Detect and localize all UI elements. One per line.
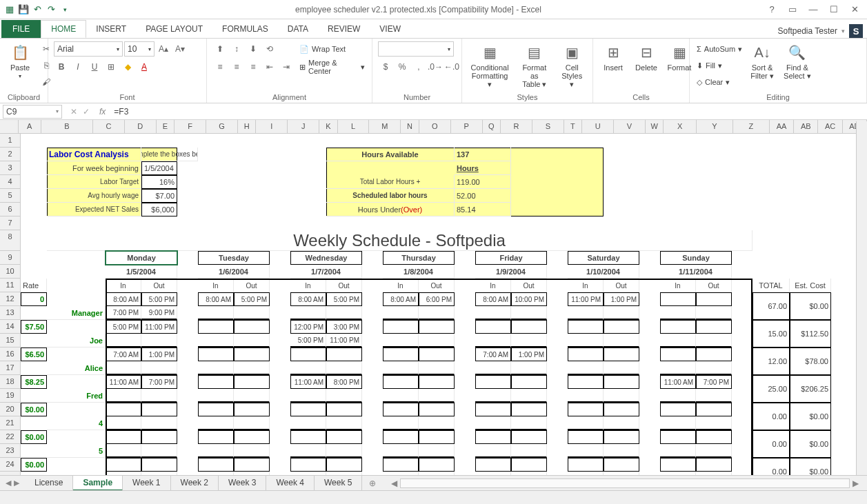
row-header[interactable]: 8 <box>0 230 21 251</box>
hours-avail-label[interactable]: Hours Available <box>326 148 455 161</box>
time-in[interactable] <box>568 430 604 444</box>
time-in[interactable] <box>475 361 511 375</box>
time-in[interactable]: 11:00 AM <box>660 375 696 389</box>
ribbon-tab-data[interactable]: DATA <box>278 20 318 38</box>
time-out[interactable] <box>234 334 270 347</box>
total-value[interactable]: 0.00 <box>753 403 790 430</box>
time-in[interactable] <box>290 347 326 361</box>
time-out[interactable] <box>234 403 270 416</box>
number-format-select[interactable]: ▾ <box>378 41 454 57</box>
sched-hours-value[interactable]: 52.00 <box>455 189 511 203</box>
time-out[interactable] <box>141 444 177 458</box>
column-header[interactable]: T <box>564 120 583 133</box>
time-out[interactable] <box>604 334 639 347</box>
column-header[interactable]: O <box>419 120 451 133</box>
time-out[interactable] <box>604 320 639 334</box>
time-in[interactable] <box>290 389 326 403</box>
time-in[interactable] <box>198 334 234 347</box>
day-header[interactable]: Sunday <box>660 251 732 265</box>
sheet-nav-next-icon[interactable]: ▶ <box>14 478 19 487</box>
row-header[interactable]: 17 <box>0 361 21 375</box>
cost-value[interactable]: $0.00 <box>790 292 831 320</box>
time-in[interactable] <box>660 334 696 347</box>
percent-icon[interactable]: % <box>395 59 410 74</box>
total-hours-value[interactable]: 119.00 <box>455 175 511 189</box>
time-out[interactable] <box>511 334 547 347</box>
column-header[interactable]: Q <box>483 120 501 133</box>
time-out[interactable] <box>604 458 639 472</box>
time-in[interactable] <box>660 403 696 416</box>
time-out[interactable] <box>419 334 455 347</box>
column-header[interactable]: Y <box>697 120 733 133</box>
row-header[interactable]: 4 <box>0 175 21 189</box>
time-out[interactable]: 7:00 PM <box>141 375 177 389</box>
font-name-select[interactable]: Arial▾ <box>54 41 123 57</box>
time-out[interactable]: 11:00 PM <box>326 334 362 347</box>
time-in[interactable] <box>660 444 696 458</box>
column-header[interactable]: N <box>401 120 419 133</box>
time-in[interactable] <box>475 334 511 347</box>
user-badge[interactable]: S <box>849 24 863 38</box>
total-value[interactable]: 15.00 <box>753 320 790 347</box>
column-header[interactable]: A <box>19 120 42 133</box>
time-in[interactable] <box>198 320 234 334</box>
time-in[interactable] <box>198 375 234 389</box>
row-header[interactable]: 24 <box>0 458 21 472</box>
time-in[interactable] <box>383 347 419 361</box>
employee-name[interactable]: Joe <box>47 334 106 347</box>
time-in[interactable] <box>475 403 511 416</box>
time-out[interactable] <box>141 361 177 375</box>
row-header[interactable]: 11 <box>0 279 21 292</box>
sales-value[interactable]: $6,000 <box>141 203 177 216</box>
time-in[interactable]: 7:00 AM <box>106 347 141 361</box>
time-in[interactable] <box>660 347 696 361</box>
time-in[interactable]: 8:00 AM <box>198 292 234 306</box>
employee-name[interactable]: Manager <box>47 306 106 320</box>
sheet-tab-week-2[interactable]: Week 2 <box>171 476 219 491</box>
sheet-tab-sample[interactable]: Sample <box>73 476 123 491</box>
spreadsheet-grid[interactable]: ABCDEFGHIJKLMNOPQRSTUVWXYZAAABACAD 12345… <box>0 120 867 490</box>
find-select-button[interactable]: 🔍Find &Select ▾ <box>781 41 814 81</box>
time-in[interactable]: 11:00 AM <box>290 375 326 389</box>
time-in[interactable] <box>568 458 604 472</box>
column-header[interactable]: L <box>338 120 370 133</box>
ribbon-tab-view[interactable]: VIEW <box>370 20 410 38</box>
date-header[interactable]: 1/9/2004 <box>475 265 547 279</box>
time-in[interactable] <box>106 361 141 375</box>
increase-font-icon[interactable]: A▴ <box>156 41 171 57</box>
time-out[interactable]: 3:00 PM <box>326 320 362 334</box>
day-header[interactable]: Thursday <box>383 251 455 265</box>
time-in[interactable] <box>290 416 326 430</box>
time-in[interactable] <box>106 458 141 472</box>
column-header[interactable]: K <box>319 120 338 133</box>
time-in[interactable] <box>383 403 419 416</box>
time-out[interactable] <box>141 334 177 347</box>
time-in[interactable] <box>660 458 696 472</box>
column-header[interactable]: AC <box>818 120 842 133</box>
week-begin-value[interactable]: 1/5/2004 <box>141 161 177 175</box>
indent-decrease-icon[interactable]: ⇤ <box>262 59 277 74</box>
date-header[interactable]: 1/7/2004 <box>290 265 362 279</box>
time-out[interactable]: 1:00 PM <box>511 347 547 361</box>
hours-avail-value[interactable]: 137 <box>455 148 511 161</box>
date-header[interactable]: 1/11/2004 <box>660 265 732 279</box>
time-out[interactable] <box>419 444 455 458</box>
time-in[interactable] <box>106 444 141 458</box>
time-in[interactable] <box>660 292 696 306</box>
time-out[interactable] <box>419 320 455 334</box>
horizontal-scrollbar[interactable]: ◀▶ <box>388 478 861 489</box>
autosum-button[interactable]: Σ AutoSum ▾ <box>695 41 744 57</box>
time-in[interactable] <box>383 458 419 472</box>
time-in[interactable] <box>106 389 141 403</box>
column-header[interactable]: Z <box>733 120 770 133</box>
hours-under-label[interactable]: Hours Under (Over) <box>326 203 455 216</box>
time-out[interactable] <box>419 416 455 430</box>
rate-value[interactable]: $7.50 <box>21 320 47 334</box>
in-header[interactable]: In <box>660 279 696 292</box>
time-in[interactable] <box>198 347 234 361</box>
column-header[interactable]: X <box>664 120 697 133</box>
time-in[interactable] <box>106 416 141 430</box>
date-header[interactable]: 1/5/2004 <box>106 265 177 279</box>
time-in[interactable] <box>568 403 604 416</box>
labor-target-label[interactable]: Labor Target <box>47 175 141 189</box>
